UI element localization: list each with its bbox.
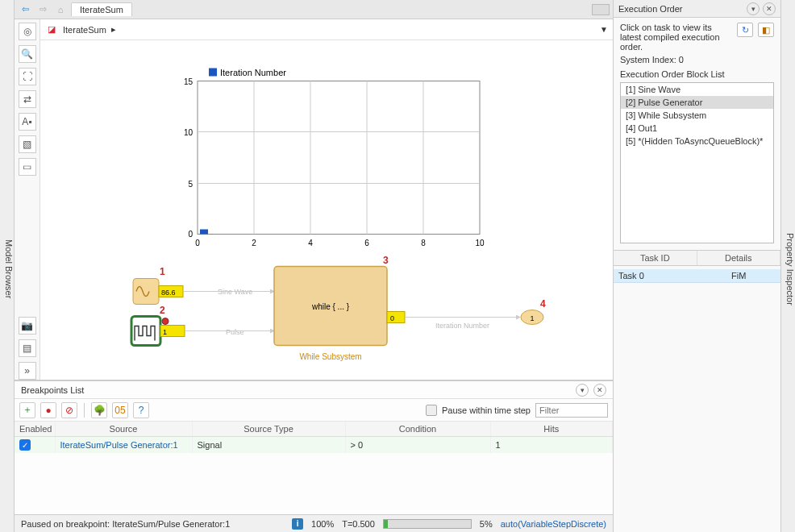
- status-solver-link[interactable]: auto(VariableStepDiscrete): [501, 519, 606, 529]
- svg-text:2: 2: [252, 239, 256, 247]
- col-sourcetype[interactable]: Source Type: [192, 422, 345, 437]
- progress-bar: [383, 519, 472, 529]
- image-icon[interactable]: ▧: [19, 135, 36, 153]
- svg-text:4: 4: [308, 239, 313, 247]
- bp-enabled-checkbox[interactable]: ✓: [19, 439, 31, 451]
- exec-list-item[interactable]: [4] Out1: [621, 122, 773, 135]
- exec-block-list[interactable]: [1] Sine Wave[2] Pulse Generator[3] Whil…: [620, 82, 774, 243]
- exec-hint: Click on task to view its latest compile…: [620, 23, 732, 52]
- svg-text:5: 5: [188, 180, 193, 189]
- svg-text:0: 0: [195, 239, 200, 247]
- swap-icon[interactable]: ⇄: [19, 90, 36, 108]
- breakpoints-panel: Breakpoints List ▾ ✕ ＋ ● ⊘ 🌳 05 ? Pause …: [15, 380, 613, 514]
- svg-rect-0: [198, 81, 480, 235]
- nav-up-icon[interactable]: ⌂: [53, 2, 68, 17]
- zoom-icon[interactable]: 🔍: [19, 45, 36, 63]
- exec-list-item[interactable]: [1] Sine Wave: [621, 83, 773, 96]
- col-enabled[interactable]: Enabled: [15, 422, 55, 437]
- col-hits[interactable]: Hits: [490, 422, 613, 437]
- bp-code-button[interactable]: 05: [112, 402, 128, 418]
- status-bar: Paused on breakpoint: IterateSum/Pulse G…: [15, 514, 613, 532]
- more-icon[interactable]: »: [19, 362, 36, 380]
- property-inspector-rail[interactable]: Property Inspector: [780, 0, 795, 532]
- exec-list-item[interactable]: [5] *(Hidden ToAsyncQueueBlock)*: [621, 135, 773, 148]
- bp-delete-button[interactable]: ⊘: [61, 402, 77, 418]
- col-source[interactable]: Source: [55, 422, 192, 437]
- order-badge-2: 2: [160, 305, 165, 316]
- sine-value: 86.6: [161, 289, 176, 297]
- model-browser-rail[interactable]: Model Browser: [0, 0, 15, 532]
- pause-within-step-checkbox[interactable]: [426, 405, 437, 416]
- pulse-value: 1: [163, 328, 167, 336]
- tab-iteratesum[interactable]: IterateSum: [71, 2, 132, 16]
- tab-strip: ⇦ ⇨ ⌂ IterateSum: [15, 0, 613, 19]
- panel-close-icon[interactable]: ✕: [593, 384, 606, 397]
- task-col-details: Details: [697, 251, 781, 265]
- svg-text:10: 10: [475, 239, 485, 247]
- block-pulse-generator[interactable]: [131, 317, 160, 346]
- order-badge-4: 4: [540, 298, 546, 310]
- model-canvas[interactable]: 15 10 5 0 0 2 4 6 8 10: [40, 40, 613, 380]
- bp-tree-button[interactable]: 🌳: [91, 402, 107, 418]
- signal-pulse-label: Pulse: [226, 328, 244, 336]
- info-icon[interactable]: i: [292, 518, 303, 530]
- block-icon[interactable]: ▭: [19, 158, 36, 176]
- svg-text:10: 10: [184, 128, 194, 137]
- props-icon[interactable]: ▤: [19, 339, 36, 357]
- exec-close-icon[interactable]: ✕: [763, 2, 776, 15]
- task-id: Task 0: [614, 269, 697, 282]
- exec-title: Execution Order: [618, 4, 682, 14]
- block-sine-wave[interactable]: [133, 279, 159, 305]
- panel-menu-icon[interactable]: ▾: [576, 384, 589, 397]
- svg-text:8: 8: [421, 239, 426, 247]
- status-progress-pct: 5%: [480, 519, 493, 529]
- exec-list-item[interactable]: [2] Pulse Generator: [621, 96, 773, 109]
- status-paused-msg: Paused on breakpoint: IterateSum/Pulse G…: [21, 519, 230, 529]
- status-zoom[interactable]: 100%: [311, 519, 334, 529]
- exec-sysindex: System Index: 0: [620, 55, 774, 64]
- exec-list-label: Execution Order Block List: [620, 69, 774, 79]
- breadcrumb-dropdown-icon[interactable]: ▼: [600, 25, 608, 34]
- while-out-value: 0: [390, 314, 394, 322]
- chart-title: Iteration Number: [220, 68, 286, 77]
- task-row[interactable]: Task 0 FiM: [614, 269, 780, 283]
- tab-overflow-icon[interactable]: [592, 4, 610, 15]
- exec-refresh-button[interactable]: ↻: [737, 23, 753, 37]
- while-text: while { ... }: [311, 302, 350, 311]
- annot-icon[interactable]: A▪: [19, 113, 36, 131]
- canvas-toolbar: ◎ 🔍 ⛶ ⇄ A▪ ▧ ▭ 📷 ▤ »: [15, 19, 40, 380]
- exec-list-item[interactable]: [3] While Subsystem: [621, 109, 773, 122]
- pause-within-step-label: Pause within time step: [442, 405, 531, 415]
- breakpoints-table: Enabled Source Source Type Condition Hit…: [15, 422, 613, 453]
- order-badge-1: 1: [160, 266, 165, 277]
- bp-help-button[interactable]: ?: [133, 402, 149, 418]
- signal-out-label: Iteration Number: [435, 322, 489, 330]
- target-icon[interactable]: ◎: [19, 23, 36, 40]
- outport-num: 1: [530, 314, 534, 322]
- while-caption: While Subsystem: [299, 352, 361, 361]
- breadcrumb-root[interactable]: IterateSum: [63, 25, 106, 35]
- svg-text:6: 6: [364, 239, 369, 247]
- bp-add-button[interactable]: ＋: [19, 402, 35, 418]
- status-time: T=0.500: [342, 519, 375, 529]
- task-col-id: Task ID: [614, 251, 697, 265]
- bp-sourcetype: Signal: [192, 437, 345, 454]
- col-condition[interactable]: Condition: [345, 422, 490, 437]
- breakpoints-title: Breakpoints List: [21, 385, 84, 395]
- svg-point-20: [162, 318, 169, 325]
- exec-menu-icon[interactable]: ▾: [747, 2, 760, 15]
- bp-hits: 1: [490, 437, 613, 454]
- table-row[interactable]: ✓ IterateSum/Pulse Generator:1 Signal > …: [15, 437, 613, 454]
- model-icon[interactable]: ◪: [45, 23, 58, 36]
- fit-icon[interactable]: ⛶: [19, 68, 36, 85]
- nav-fwd-icon[interactable]: ⇨: [35, 2, 50, 17]
- snapshot-icon[interactable]: 📷: [19, 317, 36, 335]
- breadcrumb-arrow-icon: ▸: [111, 24, 116, 35]
- bp-filter-input[interactable]: [535, 403, 608, 418]
- nav-back-icon[interactable]: ⇦: [18, 2, 32, 17]
- execution-order-panel: Execution Order ▾ ✕ Click on task to vie…: [613, 0, 780, 532]
- bp-source-link[interactable]: IterateSum/Pulse Generator:1: [60, 440, 178, 450]
- bp-condition: > 0: [345, 437, 490, 454]
- exec-highlight-button[interactable]: ◧: [758, 23, 774, 37]
- bp-disable-button[interactable]: ●: [40, 402, 56, 418]
